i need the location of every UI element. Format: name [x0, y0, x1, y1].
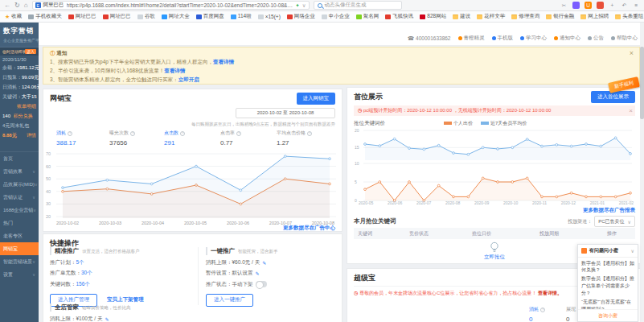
- wangxiaobao-title: 网销宝: [50, 93, 72, 104]
- chat-question[interactable]: 数字会员【通用积分】如何兑换？: [578, 258, 638, 274]
- back-icon[interactable]: ←: [4, 1, 10, 10]
- table-column-header: 竞价状态: [405, 230, 468, 237]
- bookmarks-bar: ★收藏手机收藏夹网址巴巴网址巴巴谷歌网址大全百度网盘114啦×15(+)网络企业…: [0, 11, 644, 23]
- caret-down-icon[interactable]: ∨: [302, 2, 306, 9]
- plugin-icon[interactable]: ✦: [295, 2, 299, 9]
- metric-曝光次数[interactable]: 曝光次数 ?37656: [109, 130, 135, 147]
- listing-management-link[interactable]: 宝贝上下架管理: [107, 296, 144, 302]
- chat-consult-link[interactable]: 咨询小蜜: [578, 309, 638, 321]
- alert-icon[interactable]: [597, 2, 604, 9]
- scrollbar-thumb[interactable]: [640, 47, 644, 119]
- sidebar-stat-row: 日消耗：124.06元详情: [0, 82, 39, 92]
- banner-action-button[interactable]: 进入: [25, 49, 36, 54]
- sidebar-item-热门[interactable]: 热门: [0, 217, 39, 229]
- bill-detail-link[interactable]: 账单明细: [17, 103, 36, 110]
- metric-平均点击价格[interactable]: 平均点击价格 ?1.27: [277, 130, 312, 147]
- collapse-icon[interactable]: ∨: [631, 248, 634, 254]
- sidebar-item-智能营销场景[interactable]: 智能营销场景∨: [0, 255, 39, 268]
- extension-icon[interactable]: [572, 2, 580, 9]
- chaojibao-alert-link[interactable]: 查看详情。: [538, 291, 562, 295]
- address-bar[interactable]: E 阿里巴巴 https://p4p.1688.com/index.html#!…: [32, 1, 310, 10]
- sidebar-item-营销效果[interactable]: 营销效果∨: [0, 165, 39, 178]
- sidebar-item-营销认证[interactable]: 营销认证∨: [0, 191, 39, 204]
- page-scrollbar[interactable]: [640, 23, 644, 322]
- refresh-icon[interactable]: ↻: [14, 1, 20, 10]
- notice-line-link[interactable]: 查看详情: [213, 59, 234, 64]
- topbar-link[interactable]: 帮助中心: [611, 35, 638, 42]
- home-icon[interactable]: ⌂: [24, 1, 28, 10]
- chat-question[interactable]: 数字会员【通用积分】推广估算单个词需要多少分？: [578, 274, 638, 297]
- sidebar-item-1688企业营销[interactable]: 1688企业营销∨: [0, 204, 39, 217]
- bookmark-item[interactable]: 114啦: [231, 13, 252, 20]
- metric-消耗[interactable]: 消耗 ?388.17: [56, 130, 76, 147]
- bookmark-item[interactable]: 聚名网: [356, 13, 379, 20]
- url-text[interactable]: https://p4p.1688.com/index.html#!/home2/…: [67, 2, 293, 8]
- sidebar-item-网销宝[interactable]: 网销宝: [0, 242, 39, 255]
- sidebar-item-设置[interactable]: 设置∨: [0, 268, 39, 281]
- quick-row-value: 156个: [76, 281, 90, 288]
- sidebar-item-label: 品效展示(MID): [3, 181, 35, 188]
- menu-icon[interactable]: ≡: [633, 2, 640, 9]
- chat-header[interactable]: 有问题问小蜜 ∨: [578, 245, 638, 258]
- bookmark-item[interactable]: ×15(+): [258, 14, 281, 19]
- sidebar-banner[interactable]: 临时活动即将下架 进入: [0, 47, 39, 56]
- stat-label: 关键词：: [2, 94, 22, 99]
- bookmark-item[interactable]: 银行金融: [546, 13, 574, 20]
- bookmark-item[interactable]: 谷歌: [137, 13, 155, 20]
- browser-search-box[interactable]: 动态头像任意生成: [314, 1, 402, 10]
- bid-chart-label: 抢位关键词价: [354, 120, 385, 127]
- bookmark-item[interactable]: 飞狐快讯: [385, 13, 413, 20]
- edit-icon[interactable]: ✎: [262, 260, 266, 266]
- enter-wangxiaobao-button[interactable]: 进入网销宝: [297, 93, 336, 105]
- bookmark-item[interactable]: 网址巴巴: [103, 13, 131, 20]
- bookmark-item[interactable]: 中小企业: [322, 13, 350, 20]
- notice-line-link[interactable]: 立即开启: [178, 76, 199, 82]
- topbar-link[interactable]: 手机版: [492, 35, 514, 42]
- metric-消耗[interactable]: 消耗 ?0: [529, 306, 545, 322]
- channel-select[interactable]: PC已售卖位 ∨: [594, 216, 635, 227]
- bookmark-item[interactable]: 手机收藏夹: [28, 13, 62, 20]
- edit-icon[interactable]: ✎: [256, 270, 260, 276]
- bid-more-data-link[interactable]: 更多数据尽在广告报表: [583, 207, 635, 214]
- quick-row: 消耗上限：¥100元 / 天✎: [50, 316, 307, 322]
- topbar-link[interactable]: 公告: [588, 35, 604, 42]
- promo-detail-link[interactable]: 详情: [27, 132, 36, 139]
- topbar-link[interactable]: 青橙精灵: [458, 35, 485, 42]
- site-icon: [287, 14, 293, 19]
- x-tick: 2020-10-05: [184, 221, 207, 225]
- bookmark-item[interactable]: 网址大全: [162, 13, 190, 20]
- metric-点击率[interactable]: 点击率 ?0.77: [220, 130, 241, 147]
- edit-icon[interactable]: ✎: [105, 316, 109, 322]
- bookmark-item[interactable]: 百度网盘: [196, 13, 224, 20]
- bookmark-item[interactable]: 修理查询: [511, 13, 539, 20]
- bookmark-item[interactable]: 828网站: [420, 13, 446, 20]
- notice-close-icon[interactable]: ×: [630, 49, 634, 57]
- bookmark-item[interactable]: 网址巴巴: [68, 13, 96, 20]
- date-range-picker[interactable]: 2020-10-02 至 2020-10-08: [236, 108, 335, 118]
- topbar-link[interactable]: 通知中心: [554, 35, 580, 42]
- table-column-header: 操作: [603, 230, 635, 237]
- undo-icon[interactable]: ↶: [621, 2, 628, 9]
- bookmark-label: 花样文学: [484, 13, 505, 20]
- bookmark-item[interactable]: 建设: [453, 13, 470, 20]
- enter-top-position-button[interactable]: 进入首位展示: [591, 91, 635, 103]
- bookmark-item[interactable]: 网络企业: [287, 13, 315, 20]
- bookmark-item[interactable]: ★收藏: [5, 13, 22, 20]
- bookmark-item[interactable]: 网上招聘: [580, 13, 609, 20]
- promo-status-toggle[interactable]: [256, 281, 267, 287]
- shield-icon[interactable]: U: [585, 2, 592, 9]
- metric-点击数[interactable]: 点击数 ?291: [164, 130, 185, 147]
- topbar-link[interactable]: 学习中心: [520, 35, 547, 42]
- sidebar-item-老客专区[interactable]: 老客专区: [0, 229, 39, 242]
- sidebar-item-品效展示(MID)[interactable]: 品效展示(MID)∨: [0, 178, 39, 191]
- scissors-icon[interactable]: ✂: [560, 2, 568, 9]
- sidebar-item-首页[interactable]: 首页: [0, 152, 39, 165]
- add-icon[interactable]: +: [609, 2, 616, 9]
- more-data-link[interactable]: 更多数据尽在广告中心: [283, 225, 335, 232]
- bookmark-item[interactable]: 头条重组: [615, 13, 643, 20]
- points-exchange-link[interactable]: 积分兑换: [14, 114, 33, 118]
- alert-close-icon[interactable]: ×: [629, 107, 633, 114]
- topbar-link[interactable]: ☎400001633862: [408, 35, 451, 42]
- notice-line-link[interactable]: 查看详情: [164, 68, 185, 73]
- bookmark-item[interactable]: 花样文学: [477, 13, 505, 20]
